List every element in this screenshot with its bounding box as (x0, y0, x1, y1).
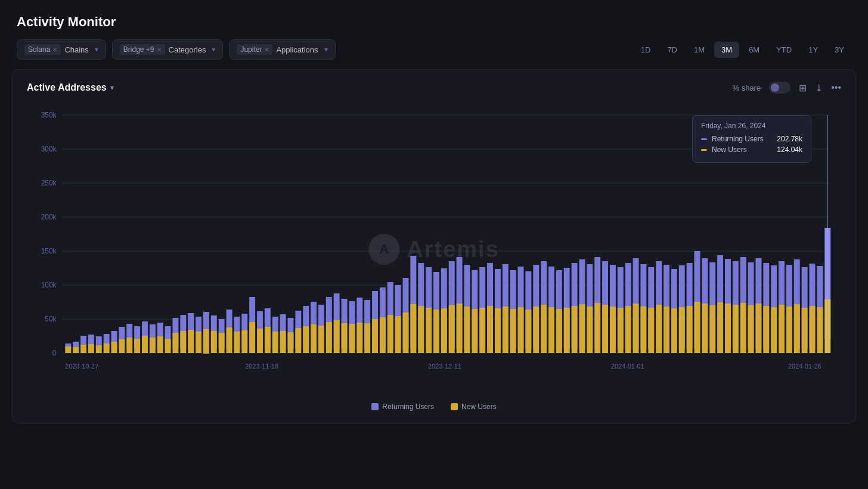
svg-rect-209 (802, 308, 808, 353)
tooltip-returning-row: Returning Users 202.78k (701, 135, 802, 143)
svg-rect-105 (403, 312, 409, 353)
svg-rect-91 (349, 324, 355, 353)
svg-text:2023-11-18: 2023-11-18 (245, 363, 278, 370)
chains-label: Chains (64, 45, 88, 54)
svg-rect-193 (740, 303, 746, 353)
legend-returning-label: Returning Users (382, 403, 434, 411)
svg-rect-93 (356, 323, 362, 353)
svg-rect-207 (794, 304, 800, 353)
chart-tooltip: Friday, Jan 26, 2024 Returning Users 202… (692, 115, 811, 163)
svg-rect-39 (150, 338, 156, 353)
time-btn-3y[interactable]: 3Y (827, 42, 851, 58)
svg-rect-183 (702, 304, 708, 353)
svg-rect-41 (157, 336, 163, 353)
time-btn-6m[interactable]: 6M (742, 42, 767, 58)
svg-text:0: 0 (52, 349, 57, 357)
svg-rect-77 (295, 328, 301, 353)
chart-controls: % share ⊞ ⤓ ••• (732, 82, 841, 94)
svg-rect-17 (65, 346, 71, 353)
svg-rect-67 (257, 329, 263, 353)
chains-remove-icon[interactable]: ✕ (52, 47, 57, 53)
svg-rect-213 (817, 307, 823, 353)
svg-rect-95 (364, 323, 370, 353)
svg-rect-71 (272, 332, 278, 353)
svg-rect-195 (748, 305, 754, 353)
svg-rect-145 (556, 309, 562, 353)
svg-rect-139 (533, 307, 539, 353)
chart-title-chevron-icon[interactable]: ▾ (110, 83, 114, 92)
svg-rect-21 (80, 345, 86, 353)
svg-rect-37 (142, 336, 148, 353)
share-toggle[interactable] (769, 82, 790, 94)
svg-rect-23 (88, 344, 94, 353)
more-options-icon[interactable]: ••• (831, 82, 841, 93)
time-btn-1d[interactable]: 1D (634, 42, 658, 58)
svg-rect-81 (311, 324, 317, 353)
time-btn-3m[interactable]: 3M (714, 42, 739, 58)
svg-rect-147 (564, 308, 570, 353)
applications-tag-label: Jupiter (240, 45, 262, 54)
svg-text:250k: 250k (41, 179, 57, 187)
svg-rect-85 (326, 322, 332, 353)
chart-card-header: Active Addresses ▾ % share ⊞ ⤓ ••• (27, 82, 841, 94)
svg-rect-169 (648, 308, 654, 353)
categories-chevron-icon: ▾ (212, 45, 215, 54)
svg-rect-111 (426, 308, 432, 353)
svg-rect-47 (180, 331, 186, 353)
svg-rect-61 (234, 332, 240, 353)
svg-rect-19 (73, 347, 79, 353)
svg-rect-127 (487, 306, 493, 353)
time-btn-7d[interactable]: 7D (660, 42, 684, 58)
svg-rect-165 (633, 304, 639, 353)
legend-returning-users: Returning Users (371, 403, 434, 411)
chains-filter[interactable]: Solana ✕ Chains ▾ (17, 39, 106, 60)
svg-rect-189 (725, 304, 731, 353)
chains-tag-label: Solana (28, 45, 50, 54)
svg-rect-135 (518, 307, 524, 353)
svg-rect-73 (280, 331, 286, 353)
time-btn-ytd[interactable]: YTD (769, 42, 799, 58)
tooltip-new-label: New Users (712, 146, 747, 154)
svg-rect-55 (211, 331, 217, 353)
svg-text:300k: 300k (41, 145, 57, 153)
svg-rect-59 (227, 327, 232, 353)
categories-remove-icon[interactable]: ✕ (157, 47, 162, 53)
legend-new-users: New Users (451, 403, 497, 411)
svg-rect-119 (457, 304, 463, 353)
svg-rect-167 (640, 307, 646, 353)
tooltip-date: Friday, Jan 26, 2024 (701, 122, 802, 130)
time-btn-1y[interactable]: 1Y (801, 42, 825, 58)
download-icon[interactable]: ⤓ (815, 82, 823, 94)
svg-rect-171 (656, 305, 662, 353)
chart-area: A Artemis Friday, Jan 26, 2024 Returning… (27, 103, 841, 395)
svg-rect-203 (779, 305, 785, 353)
applications-filter[interactable]: Jupiter ✕ Applications ▾ (229, 39, 335, 60)
time-btn-1m[interactable]: 1M (687, 42, 712, 58)
svg-rect-179 (687, 306, 693, 353)
chains-tag: Solana ✕ (24, 44, 61, 55)
applications-tag: Jupiter ✕ (237, 44, 272, 55)
svg-rect-65 (249, 322, 255, 353)
toolbar: Solana ✕ Chains ▾ Bridge +9 ✕ Categories… (0, 39, 868, 69)
svg-rect-43 (165, 339, 171, 353)
svg-rect-185 (709, 305, 715, 353)
legend-new-dot (451, 403, 458, 410)
tooltip-new-row: New Users 124.04k (701, 146, 802, 154)
svg-rect-31 (119, 339, 125, 353)
svg-text:350k: 350k (41, 111, 57, 119)
grid-icon[interactable]: ⊞ (799, 82, 807, 94)
categories-label: Categories (169, 45, 206, 54)
svg-rect-113 (433, 310, 439, 353)
tooltip-returning-value: 202.78k (777, 135, 802, 143)
categories-filter[interactable]: Bridge +9 ✕ Categories ▾ (112, 39, 224, 60)
applications-remove-icon[interactable]: ✕ (264, 47, 269, 53)
legend-new-label: New Users (461, 403, 497, 411)
svg-rect-123 (472, 309, 478, 353)
chains-chevron-icon: ▾ (95, 45, 98, 54)
legend-returning-dot (371, 403, 379, 410)
svg-rect-149 (572, 306, 578, 353)
svg-rect-155 (594, 303, 600, 353)
page-header: Activity Monitor (0, 0, 868, 39)
svg-rect-25 (96, 345, 102, 353)
svg-rect-163 (625, 306, 631, 353)
